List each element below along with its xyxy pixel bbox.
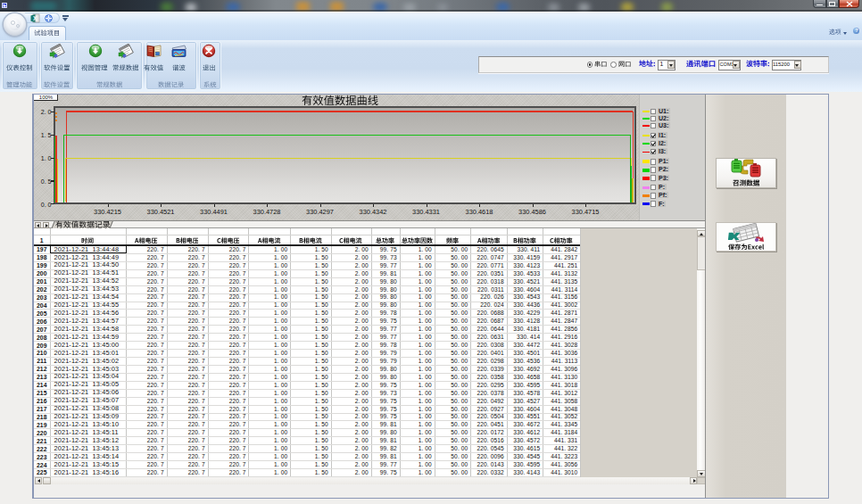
svg-text:X: X bbox=[33, 14, 37, 21]
